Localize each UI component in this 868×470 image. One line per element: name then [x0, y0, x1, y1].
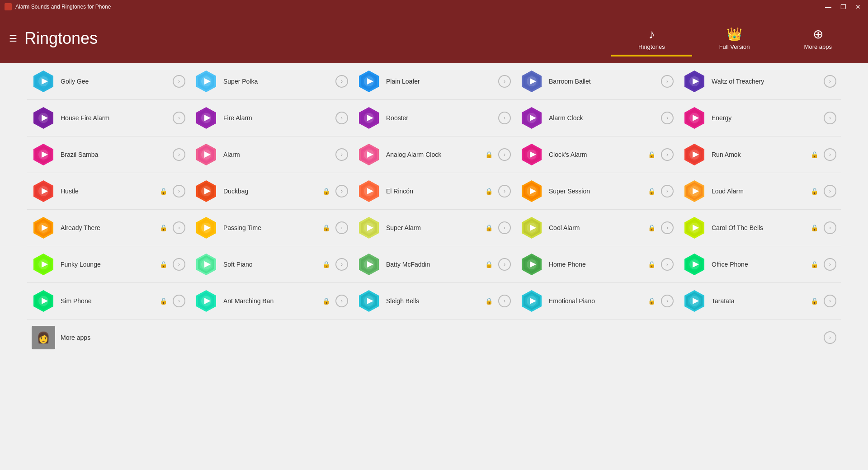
play-arrow-icon[interactable]: › [661, 221, 674, 234]
list-item[interactable]: Batty McFaddin🔒› [353, 246, 515, 283]
list-item[interactable]: Alarm Clock› [515, 100, 678, 136]
play-arrow-icon[interactable]: › [173, 258, 185, 271]
play-button-icon[interactable] [357, 70, 381, 93]
list-item[interactable]: Super Polka› [190, 63, 353, 100]
play-button-icon[interactable] [683, 106, 706, 130]
play-button-icon[interactable] [32, 216, 55, 240]
play-arrow-icon[interactable]: › [661, 295, 674, 307]
list-item[interactable]: Office Phone🔒› [678, 246, 841, 283]
play-arrow-icon[interactable]: › [173, 295, 185, 307]
list-item[interactable]: Super Session🔒› [515, 173, 678, 210]
play-arrow-icon[interactable]: › [498, 221, 511, 234]
play-arrow-icon[interactable]: › [824, 295, 836, 307]
play-button-icon[interactable] [520, 289, 543, 313]
minimize-button[interactable]: — [822, 3, 834, 10]
play-arrow-icon[interactable]: › [498, 185, 511, 197]
play-arrow-icon[interactable]: › [498, 75, 511, 88]
list-item[interactable]: Energy› [678, 100, 841, 136]
list-item[interactable]: Brazil Samba› [27, 136, 190, 173]
list-item[interactable]: Golly Gee› [27, 63, 190, 100]
play-arrow-icon[interactable]: › [173, 221, 185, 234]
list-item[interactable]: Duckbag🔒› [190, 173, 353, 210]
play-button-icon[interactable] [520, 179, 543, 203]
close-button[interactable]: ✕ [853, 3, 863, 10]
play-button-icon[interactable] [194, 179, 218, 203]
list-item[interactable]: Rooster› [353, 100, 515, 136]
list-item[interactable]: Cool Alarm🔒› [515, 210, 678, 246]
list-item[interactable]: Taratata🔒› [678, 283, 841, 320]
list-item[interactable]: House Fire Alarm› [27, 100, 190, 136]
play-arrow-icon[interactable]: › [498, 258, 511, 271]
play-arrow-icon[interactable]: › [824, 221, 836, 234]
play-arrow-icon[interactable]: › [824, 75, 836, 88]
list-item[interactable]: Home Phone🔒› [515, 246, 678, 283]
play-button-icon[interactable] [520, 70, 543, 93]
play-button-icon[interactable] [194, 289, 218, 313]
list-item[interactable]: Alarm› [190, 136, 353, 173]
play-button-icon[interactable] [357, 179, 381, 203]
play-arrow-icon[interactable]: › [173, 75, 185, 88]
play-button-icon[interactable] [194, 216, 218, 240]
list-item[interactable]: Sleigh Bells🔒› [353, 283, 515, 320]
play-arrow-icon[interactable]: › [173, 185, 185, 197]
list-item[interactable]: Sim Phone🔒› [27, 283, 190, 320]
play-button-icon[interactable] [357, 143, 381, 166]
list-item[interactable]: El Rincón🔒› [353, 173, 515, 210]
play-arrow-icon[interactable]: › [498, 148, 511, 161]
play-button-icon[interactable] [520, 216, 543, 240]
list-item[interactable]: Ant Marching Ban🔒› [190, 283, 353, 320]
list-item[interactable]: Already There🔒› [27, 210, 190, 246]
play-button-icon[interactable] [32, 289, 55, 313]
play-button-icon[interactable] [194, 106, 218, 130]
list-item[interactable]: Loud Alarm🔒› [678, 173, 841, 210]
list-item[interactable]: Emotional Piano🔒› [515, 283, 678, 320]
play-button-icon[interactable] [520, 253, 543, 276]
play-arrow-icon[interactable]: › [335, 148, 348, 161]
menu-icon[interactable]: ☰ [9, 33, 17, 44]
play-button-icon[interactable] [357, 106, 381, 130]
play-arrow-icon[interactable]: › [335, 295, 348, 307]
play-arrow-icon[interactable]: › [335, 221, 348, 234]
play-button-icon[interactable] [357, 253, 381, 276]
tab-more-apps[interactable]: ⊕ More apps [777, 22, 859, 55]
play-button-icon[interactable] [683, 289, 706, 313]
play-arrow-icon[interactable]: › [661, 148, 674, 161]
list-item[interactable]: Barroom Ballet› [515, 63, 678, 100]
tab-ringtones[interactable]: ♪ Ringtones [611, 23, 692, 55]
list-item[interactable]: Fire Alarm› [190, 100, 353, 136]
play-arrow-icon[interactable]: › [661, 258, 674, 271]
play-arrow-icon[interactable]: › [661, 112, 674, 124]
play-arrow-icon[interactable]: › [498, 112, 511, 124]
play-button-icon[interactable] [683, 143, 706, 166]
list-item[interactable]: Carol Of The Bells🔒› [678, 210, 841, 246]
play-arrow-icon[interactable]: › [173, 112, 185, 124]
list-item[interactable]: Passing Time🔒› [190, 210, 353, 246]
play-button-icon[interactable] [683, 70, 706, 93]
play-arrow-icon[interactable]: › [498, 295, 511, 307]
list-item[interactable]: Clock's Alarm🔒› [515, 136, 678, 173]
play-button-icon[interactable] [32, 143, 55, 166]
play-arrow-icon[interactable]: › [824, 112, 836, 124]
play-button-icon[interactable] [683, 253, 706, 276]
list-item[interactable]: Super Alarm🔒› [353, 210, 515, 246]
list-item[interactable]: Run Amok🔒› [678, 136, 841, 173]
play-button-icon[interactable] [194, 70, 218, 93]
list-item[interactable]: Waltz of Treachery› [678, 63, 841, 100]
more-apps-arrow[interactable]: › [824, 331, 836, 344]
play-arrow-icon[interactable]: › [335, 112, 348, 124]
play-arrow-icon[interactable]: › [173, 148, 185, 161]
list-item[interactable]: Hustle🔒› [27, 173, 190, 210]
list-item[interactable]: Analog Alarm Clock🔒› [353, 136, 515, 173]
restore-button[interactable]: ❐ [838, 3, 849, 10]
play-arrow-icon[interactable]: › [824, 258, 836, 271]
play-button-icon[interactable] [683, 179, 706, 203]
play-button-icon[interactable] [32, 70, 55, 93]
play-arrow-icon[interactable]: › [661, 185, 674, 197]
play-button-icon[interactable] [32, 253, 55, 276]
play-arrow-icon[interactable]: › [824, 185, 836, 197]
play-button-icon[interactable] [32, 179, 55, 203]
play-button-icon[interactable] [520, 106, 543, 130]
more-apps-item[interactable]: 👩 More apps › [27, 320, 841, 356]
play-button-icon[interactable] [520, 143, 543, 166]
play-arrow-icon[interactable]: › [335, 75, 348, 88]
